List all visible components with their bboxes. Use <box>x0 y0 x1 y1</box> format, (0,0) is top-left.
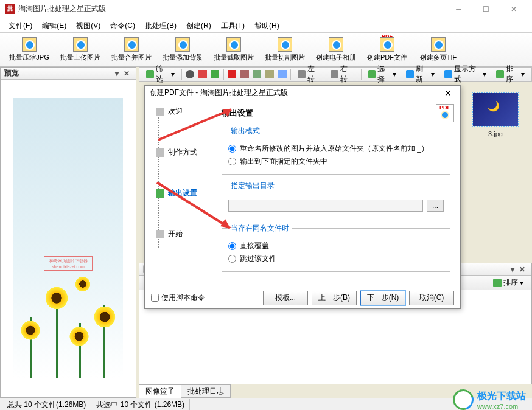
dialog-content: PDF 输出设置 输出模式 重命名所修改的图片并放入原始文件夹（原文件名前加 _… <box>212 100 460 287</box>
logo-url: www.xz7.com <box>477 403 526 410</box>
pdf-badge: PDF <box>436 104 454 122</box>
tool-background[interactable]: 批量添加背景 <box>158 34 207 65</box>
radio-overwrite[interactable] <box>228 242 236 250</box>
bottom-dropdown-icon[interactable]: ▾ <box>508 265 517 274</box>
output-dir-input[interactable] <box>228 200 423 212</box>
sort-button[interactable]: 排序▾ <box>492 68 529 80</box>
filter-icon <box>146 70 154 78</box>
template-button[interactable]: 模板... <box>263 291 308 305</box>
dialog-nav: 欢迎 制作方式 输出设置 开始 <box>145 100 212 287</box>
tool-album[interactable]: 创建电子相册 <box>312 34 360 65</box>
nav-output-settings[interactable]: 输出设置 <box>147 188 209 198</box>
preview-dropdown-icon[interactable]: ▾ <box>113 69 121 78</box>
folder-icon <box>278 70 287 78</box>
status-total: 总共 10 个文件(1.26MB) <box>2 399 91 410</box>
sort-icon <box>496 70 504 78</box>
label-rename: 重命名所修改的图片并放入原始文件夹（原文件名前加 _） <box>240 144 429 154</box>
menu-batch[interactable]: 批处理(B) <box>140 18 181 32</box>
legend-output-dir: 指定输出目录 <box>228 181 277 191</box>
menu-file[interactable]: 文件(F) <box>4 18 37 32</box>
cut-icon <box>240 70 249 78</box>
watermark: 神奇网页图片下载器shenqixiazai.com <box>44 256 93 271</box>
maximize-button[interactable]: ☐ <box>472 1 500 18</box>
label-skip: 跳过该文件 <box>240 254 276 264</box>
tool-upload[interactable]: 批量上传图片 <box>56 34 105 65</box>
thumbnail-item[interactable] <box>471 91 520 128</box>
icon-btn-2[interactable] <box>197 68 208 80</box>
secondary-toolbar: 筛选▾ 左转 右转 选择▾ 刷新▾ 显示方式▾ 排序▾ <box>139 67 532 82</box>
titlebar: 批 淘淘图片批处理之星正式版 ─ ☐ ✕ <box>0 0 532 18</box>
menu-view[interactable]: 视图(V) <box>71 18 105 32</box>
icon-btn-4[interactable] <box>226 68 238 80</box>
radio-folder[interactable] <box>228 158 236 165</box>
refresh-button[interactable]: 刷新▾ <box>402 68 439 80</box>
legend-duplicate: 当存在同名文件时 <box>228 223 292 234</box>
bottom-close-icon[interactable]: ✕ <box>517 265 528 274</box>
check-icon <box>211 70 219 78</box>
radio-skip[interactable] <box>228 255 236 263</box>
display-icon <box>444 70 452 78</box>
thumbnail-area: 3.jpg <box>465 91 526 137</box>
icon-btn-5[interactable] <box>239 68 250 80</box>
rotate-right-button[interactable]: 右转 <box>326 68 358 80</box>
script-label: 使用脚本命令 <box>161 293 205 303</box>
menu-help[interactable]: 帮助(H) <box>250 18 284 32</box>
rotate-right-icon <box>331 70 338 78</box>
tool-crop[interactable]: 批量截取图片 <box>209 34 258 65</box>
menu-create[interactable]: 创建(R) <box>181 18 216 32</box>
legend-output-mode: 输出模式 <box>228 126 262 136</box>
thumbnail-label: 3.jpg <box>465 130 526 137</box>
eye-icon <box>186 70 194 78</box>
tool-compress-jpg[interactable]: 批量压缩JPG <box>5 34 54 65</box>
next-button[interactable]: 下一步(N) <box>360 291 405 305</box>
content-heading: 输出设置 <box>222 108 450 119</box>
tool-merge[interactable]: 批量合并图片 <box>107 34 156 65</box>
tab-image-basket[interactable]: 图像篮子 <box>139 384 181 398</box>
radio-rename[interactable] <box>228 145 236 153</box>
refresh-icon <box>406 70 414 78</box>
display-button[interactable]: 显示方式▾ <box>440 68 491 80</box>
nav-start[interactable]: 开始 <box>147 229 209 239</box>
footer-logo: 极光下载站 www.xz7.com <box>453 389 526 410</box>
tool-pdf[interactable]: PDF创建PDF文件 <box>363 34 411 65</box>
script-checkbox[interactable] <box>151 294 159 302</box>
tool-split[interactable]: 批量切割图片 <box>261 34 309 65</box>
tab-batch-log[interactable]: 批处理日志 <box>181 384 231 398</box>
rotate-left-button[interactable]: 左转 <box>293 68 325 80</box>
paste-icon <box>265 70 274 78</box>
menu-cmd[interactable]: 命令(C) <box>105 18 140 32</box>
label-folder: 输出到下面指定的文件夹中 <box>240 156 327 167</box>
main-toolbar: 批量压缩JPG 批量上传图片 批量合并图片 批量添加背景 批量截取图片 批量切割… <box>0 33 532 67</box>
icon-btn-3[interactable] <box>209 68 221 80</box>
icon-btn-1[interactable] <box>184 68 196 80</box>
dialog-titlebar: 创建PDF文件 - 淘淘图片批处理之星正式版 ✕ <box>145 86 460 100</box>
icon-btn-7[interactable] <box>264 68 276 80</box>
preview-close-icon[interactable]: ✕ <box>121 69 132 78</box>
label-overwrite: 直接覆盖 <box>240 241 269 251</box>
menu-tools[interactable]: 工具(T) <box>216 18 250 32</box>
dialog-footer: 使用脚本命令 模板... 上一步(B) 下一步(N) 取消(C) <box>145 287 460 308</box>
select-button[interactable]: 选择▾ <box>364 68 401 80</box>
preview-image: 神奇网页图片下载器shenqixiazai.com <box>13 98 123 378</box>
filter-button[interactable]: 筛选▾ <box>142 68 179 80</box>
tool-tif[interactable]: 创建多页TIF <box>414 34 463 65</box>
dialog-close-button[interactable]: ✕ <box>441 88 455 98</box>
bottom-sort-button[interactable]: 排序▾ <box>489 277 528 289</box>
dialog-title: 创建PDF文件 - 淘淘图片批处理之星正式版 <box>150 88 441 98</box>
close-button[interactable]: ✕ <box>500 1 527 18</box>
select-icon <box>368 70 376 78</box>
prev-button[interactable]: 上一步(B) <box>312 291 357 305</box>
minimize-button[interactable]: ─ <box>445 1 472 18</box>
nav-welcome[interactable]: 欢迎 <box>147 106 209 117</box>
nav-method[interactable]: 制作方式 <box>147 147 209 158</box>
cancel-button[interactable]: 取消(C) <box>409 291 454 305</box>
delete-icon <box>228 70 236 78</box>
preview-title: 预览 <box>4 68 19 78</box>
browse-button[interactable]: ... <box>427 200 444 212</box>
logo-icon <box>449 386 477 410</box>
icon-btn-6[interactable] <box>251 68 263 80</box>
menu-edit[interactable]: 编辑(E) <box>37 18 71 32</box>
icon-btn-8[interactable] <box>276 68 288 80</box>
rotate-left-icon <box>298 70 306 78</box>
logo-name: 极光下载站 <box>477 390 526 403</box>
